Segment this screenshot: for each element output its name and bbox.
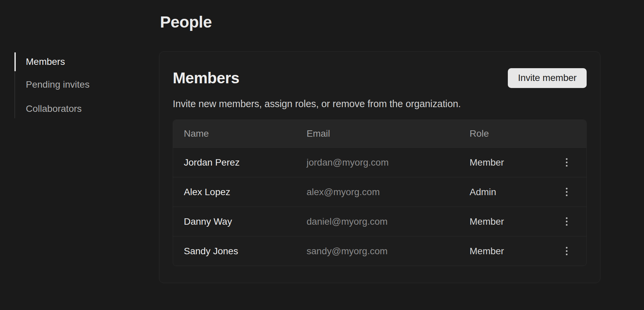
- members-card-header: Members Invite member: [173, 68, 587, 88]
- member-role: Member: [470, 246, 547, 257]
- table-row: Jordan Perez jordan@myorg.com Member: [173, 147, 586, 177]
- invite-member-button[interactable]: Invite member: [508, 68, 587, 88]
- member-role: Admin: [470, 187, 547, 197]
- sidebar-item-collaborators[interactable]: Collaborators: [26, 99, 103, 118]
- member-role: Member: [470, 216, 547, 227]
- kebab-menu-icon[interactable]: [561, 184, 572, 200]
- members-table-header: Name Email Role: [173, 120, 586, 147]
- member-email: jordan@myorg.com: [307, 157, 470, 168]
- table-row: Danny Way daniel@myorg.com Member: [173, 207, 586, 236]
- member-name: Jordan Perez: [173, 157, 307, 168]
- member-role: Member: [470, 157, 547, 168]
- table-row: Sandy Jones sandy@myorg.com Member: [173, 236, 586, 266]
- kebab-menu-icon[interactable]: [561, 243, 572, 259]
- members-heading: Members: [173, 69, 239, 87]
- table-row: Alex Lopez alex@myorg.com Admin: [173, 177, 586, 207]
- member-email: daniel@myorg.com: [307, 216, 470, 227]
- column-header-name: Name: [173, 128, 307, 139]
- member-name: Sandy Jones: [173, 246, 307, 257]
- sidebar-item-members[interactable]: Members: [26, 52, 103, 71]
- kebab-menu-icon[interactable]: [561, 214, 572, 229]
- member-name: Alex Lopez: [173, 187, 307, 197]
- settings-sidebar-nav: Members Pending invites Collaborators: [14, 52, 103, 118]
- page-title: People: [160, 13, 212, 31]
- member-email: sandy@myorg.com: [307, 246, 470, 257]
- members-description: Invite new members, assign roles, or rem…: [173, 98, 587, 109]
- column-header-email: Email: [307, 128, 470, 139]
- member-email: alex@myorg.com: [307, 187, 470, 197]
- member-name: Danny Way: [173, 216, 307, 227]
- column-header-role: Role: [470, 128, 547, 139]
- members-card: Members Invite member Invite new members…: [159, 51, 600, 283]
- kebab-menu-icon[interactable]: [561, 155, 572, 170]
- sidebar-item-pending-invites[interactable]: Pending invites: [26, 75, 103, 94]
- members-table: Name Email Role Jordan Perez jordan@myor…: [173, 120, 587, 266]
